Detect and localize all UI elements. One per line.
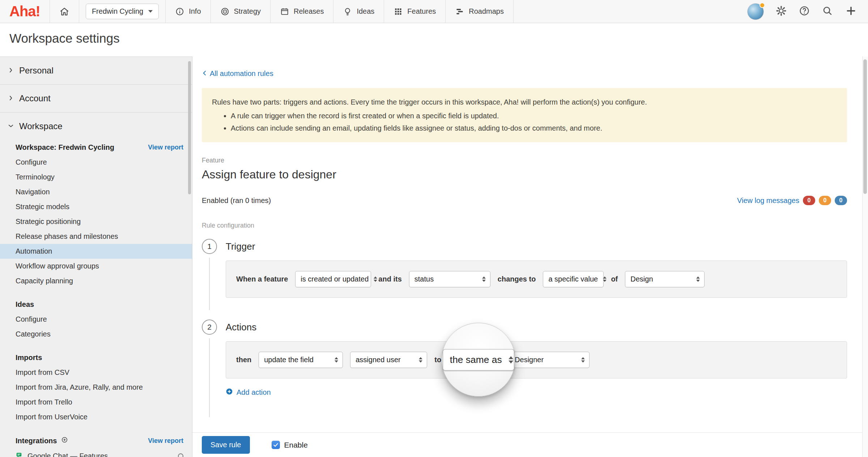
- trigger-field-select[interactable]: status: [409, 271, 490, 287]
- releases-icon: [280, 7, 289, 16]
- sidebar-section-workspace[interactable]: Workspace: [0, 113, 192, 140]
- and-its-label: and its: [378, 275, 401, 283]
- nav-separator: [513, 0, 514, 23]
- user-avatar[interactable]: [747, 3, 764, 20]
- action-mode-select-magnified[interactable]: the same as: [443, 349, 514, 370]
- nav-item-label: Strategy: [234, 7, 261, 16]
- sidebar-item-import-trello[interactable]: Import from Trello: [0, 395, 192, 410]
- sidebar-item-capacity-planning[interactable]: Capacity planning: [0, 274, 192, 288]
- select-value: the same as: [450, 354, 502, 365]
- trigger-event-select[interactable]: is created or updated: [295, 271, 371, 287]
- sidebar-section-account[interactable]: Account: [0, 85, 192, 113]
- sidebar-header-label: Integrations: [16, 437, 57, 445]
- search-icon[interactable]: [822, 5, 833, 18]
- sidebar-item-terminology[interactable]: Terminology: [0, 170, 192, 185]
- trigger-value-type-select[interactable]: a specific value: [543, 271, 604, 287]
- actions-step: 2 Actions then update the field assigned…: [202, 320, 847, 417]
- sidebar-item-integration-google-chat[interactable]: Google Chat — Features: [0, 448, 192, 457]
- nav-item-releases[interactable]: Releases: [271, 0, 333, 23]
- select-stepper-icon: [603, 276, 607, 282]
- select-stepper-icon: [482, 276, 486, 282]
- nav-item-ideas[interactable]: Ideas: [333, 0, 384, 23]
- aha-logo[interactable]: Aha!: [0, 0, 50, 23]
- sidebar-item-navigation[interactable]: Navigation: [0, 185, 192, 199]
- step-rail: 2: [202, 320, 217, 417]
- sidebar-item-label: Capacity planning: [16, 277, 73, 285]
- sidebar-scrollbar-thumb[interactable]: [188, 61, 191, 194]
- action-value-select[interactable]: Designer: [509, 352, 590, 368]
- nav-item-roadmaps[interactable]: Roadmaps: [446, 0, 513, 23]
- sidebar-item-release-phases[interactable]: Release phases and milestones: [0, 229, 192, 244]
- sidebar-item-import-uservoice[interactable]: Import from UserVoice: [0, 410, 192, 424]
- integrations-view-report-link[interactable]: View report: [148, 437, 183, 445]
- select-value: Design: [630, 275, 653, 283]
- step-connector-line: [209, 258, 210, 310]
- enable-checkbox[interactable]: [272, 441, 280, 449]
- add-action-label: Add action: [237, 388, 271, 397]
- add-action-link[interactable]: Add action: [226, 388, 271, 397]
- sidebar: Personal Account Workspace Workspace: Fr…: [0, 56, 192, 457]
- sidebar-item-ideas-configure[interactable]: Configure: [0, 312, 192, 327]
- sidebar-section-personal[interactable]: Personal: [0, 57, 192, 85]
- workspace-selector-label: Fredwin Cycling: [92, 7, 143, 16]
- plus-circle-icon[interactable]: [61, 436, 68, 445]
- notification-dot: [760, 3, 765, 8]
- rule-footer: Save rule Enable: [192, 432, 868, 457]
- help-icon[interactable]: [799, 5, 810, 18]
- nav-item-strategy[interactable]: Strategy: [211, 0, 270, 23]
- sidebar-item-label: Import from Trello: [16, 398, 72, 406]
- rule-configuration-label: Rule configuration: [202, 222, 847, 229]
- info-icon: [175, 7, 184, 16]
- actions-heading: Actions: [226, 320, 847, 335]
- log-info-badge[interactable]: 0: [835, 196, 847, 205]
- sidebar-item-automation[interactable]: Automation: [0, 244, 192, 259]
- select-value: update the field: [264, 356, 314, 364]
- select-stepper-icon: [374, 276, 377, 282]
- back-chevron-icon: [202, 69, 208, 78]
- rule-title: Assign feature to designer: [202, 168, 847, 181]
- zoom-loupe-overlay: the same as: [442, 323, 515, 397]
- sidebar-item-label: Strategic models: [16, 203, 69, 211]
- sidebar-item-strategic-models[interactable]: Strategic models: [0, 199, 192, 214]
- enable-control: Enable: [272, 441, 308, 449]
- view-log-messages-link[interactable]: View log messages: [737, 196, 799, 205]
- sidebar-item-strategic-positioning[interactable]: Strategic positioning: [0, 214, 192, 229]
- log-warning-badge[interactable]: 0: [819, 196, 831, 205]
- sidebar-header-label: Imports: [16, 354, 42, 362]
- roadmaps-icon: [455, 7, 464, 16]
- sidebar-header-imports: Imports: [0, 350, 192, 365]
- all-automation-rules-link[interactable]: All automation rules: [202, 69, 273, 78]
- action-field-select[interactable]: assigned user: [350, 352, 427, 368]
- page-scrollbar[interactable]: [862, 56, 868, 457]
- sidebar-item-configure[interactable]: Configure: [0, 155, 192, 170]
- settings-gear-icon[interactable]: [775, 5, 787, 18]
- nav-item-label: Info: [189, 7, 201, 16]
- step-rail: 1: [202, 239, 217, 310]
- sidebar-item-label: Import from UserVoice: [16, 413, 88, 421]
- action-type-select[interactable]: update the field: [259, 352, 343, 368]
- sidebar-item-workflow-approval-groups[interactable]: Workflow approval groups: [0, 259, 192, 274]
- log-error-badge[interactable]: 0: [803, 196, 815, 205]
- sidebar-item-ideas-categories[interactable]: Categories: [0, 327, 192, 342]
- add-icon[interactable]: [845, 5, 857, 18]
- home-button[interactable]: [50, 0, 79, 23]
- trigger-heading: Trigger: [226, 239, 847, 254]
- chevron-down-icon: [8, 121, 14, 131]
- nav-item-info[interactable]: Info: [166, 0, 210, 23]
- integration-status-icon[interactable]: [178, 453, 183, 457]
- sidebar-item-label: Configure: [16, 158, 47, 166]
- view-report-link[interactable]: View report: [148, 144, 183, 151]
- trigger-value-select[interactable]: Design: [625, 271, 705, 287]
- sidebar-item-import-jira-azure-rally[interactable]: Import from Jira, Azure, Rally, and more: [0, 380, 192, 395]
- nav-item-features[interactable]: Features: [384, 0, 445, 23]
- page-scrollbar-thumb[interactable]: [863, 59, 867, 194]
- workspace-selector[interactable]: Fredwin Cycling: [86, 4, 159, 19]
- sidebar-item-workspace-title[interactable]: Workspace: Fredwin Cycling View report: [0, 140, 192, 155]
- sidebar-item-import-csv[interactable]: Import from CSV: [0, 365, 192, 380]
- google-chat-icon: [16, 452, 22, 457]
- rule-status-text: Enabled (ran 0 times): [202, 196, 271, 205]
- sidebar-header-label: Ideas: [16, 300, 34, 309]
- trigger-box: When a feature is created or updated and…: [226, 261, 847, 298]
- sidebar-item-label: Categories: [16, 330, 51, 338]
- save-rule-button[interactable]: Save rule: [202, 436, 250, 454]
